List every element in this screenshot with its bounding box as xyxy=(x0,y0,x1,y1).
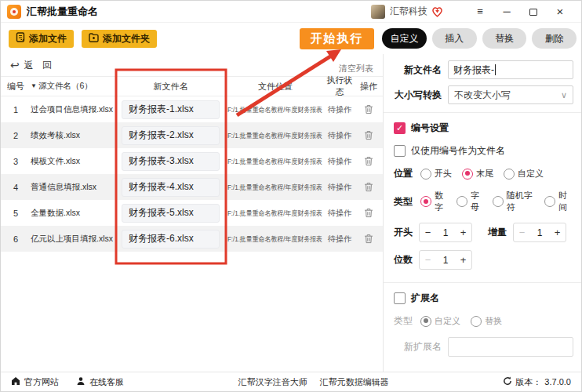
extension-label: 扩展名 xyxy=(411,292,439,305)
account-name[interactable]: 汇帮科技 xyxy=(390,5,427,18)
table-row[interactable]: 5 全量数据.xlsx 财务报表-5.xlsx F:/1.批量重命名教程/年度财… xyxy=(1,200,383,226)
vip-heart-icon[interactable] xyxy=(431,6,443,17)
row-num: 5 xyxy=(1,209,31,218)
position-start-radio[interactable]: 开头 xyxy=(420,168,452,180)
row-new-name-field[interactable]: 财务报表-6.xlsx xyxy=(122,230,220,249)
row-location: F:/1.批量重命名教程/年度财务报表 xyxy=(227,131,322,141)
maximize-button[interactable] xyxy=(520,1,547,23)
version-info[interactable]: 版本：3.7.0.0 xyxy=(503,376,571,388)
increment-stepper: − 1 + xyxy=(513,223,566,242)
row-new-name-field[interactable]: 财务报表-3.xlsx xyxy=(122,152,220,171)
extension-checkbox-row[interactable]: 扩展名 xyxy=(394,292,573,305)
tab-replace[interactable]: 替换 xyxy=(482,28,527,49)
case-convert-select[interactable]: 不改变大小写 ∨ xyxy=(448,85,573,104)
online-support-link[interactable]: 在线客服 xyxy=(76,376,124,388)
official-website-link[interactable]: 官方网站 xyxy=(11,376,59,388)
position-end-radio[interactable]: 末尾 xyxy=(462,168,493,180)
checkbox-checked-icon[interactable]: ✓ xyxy=(394,122,406,134)
user-avatar[interactable] xyxy=(371,5,385,19)
extension-replace-radio[interactable]: 替换 xyxy=(471,315,502,327)
radio-selected-icon xyxy=(420,316,431,327)
table-body: 1 过会项目信息填报.xlsx 财务报表-1.xlsx F:/1.批量重命名教程… xyxy=(1,96,383,252)
tab-insert[interactable]: 插入 xyxy=(432,28,477,49)
row-delete-button[interactable] xyxy=(355,104,383,114)
update-refresh-icon xyxy=(503,376,512,387)
checkbox-unchecked-icon[interactable] xyxy=(394,292,406,304)
type-time-radio[interactable]: 时间 xyxy=(544,190,573,213)
position-custom-radio[interactable]: 自定义 xyxy=(504,168,544,180)
type-number-radio[interactable]: 数字 xyxy=(420,190,449,213)
row-source: 亿元以上项目填报.xlsx xyxy=(31,234,115,245)
row-delete-button[interactable] xyxy=(355,130,383,140)
digits-stepper: − 1 + xyxy=(419,250,472,270)
table-row[interactable]: 2 绩效考核.xlsx 财务报表-2.xlsx F:/1.批量重命名教程/年度财… xyxy=(1,122,383,148)
table-row[interactable]: 4 普通信息填报.xlsx 财务报表-4.xlsx F:/1.批量重命名教程/年… xyxy=(1,174,383,200)
type-radio-group: 类型 数字 字母 随机字符 时间 xyxy=(394,190,573,213)
plus-button[interactable]: + xyxy=(455,254,471,266)
extension-custom-radio[interactable]: 自定义 xyxy=(420,315,460,327)
pinyin-master-link[interactable]: 汇帮汉字注音大师 xyxy=(238,376,307,388)
header-source[interactable]: ▼源文件名（6） xyxy=(31,81,115,92)
close-button[interactable]: × xyxy=(547,1,573,23)
minus-button[interactable]: − xyxy=(514,227,530,238)
table-row[interactable]: 1 过会项目信息填报.xlsx 财务报表-1.xlsx F:/1.批量重命名教程… xyxy=(1,96,383,122)
row-delete-button[interactable] xyxy=(355,182,383,192)
version-value: 3.7.0.0 xyxy=(544,377,571,387)
type-letter-radio[interactable]: 字母 xyxy=(457,190,486,213)
tab-delete[interactable]: 删除 xyxy=(532,28,577,49)
new-name-input[interactable]: 财务报表- xyxy=(448,60,573,79)
type-random-radio[interactable]: 随机字符 xyxy=(493,190,537,213)
row-delete-button[interactable] xyxy=(355,156,383,166)
table-row[interactable]: 3 模板文件.xlsx 财务报表-3.xlsx F:/1.批量重命名教程/年度财… xyxy=(1,148,383,174)
minimize-button[interactable]: ─ xyxy=(493,1,520,23)
clear-list-button[interactable]: 清空列表 xyxy=(339,63,373,74)
row-num: 1 xyxy=(1,105,31,114)
row-new-name-field[interactable]: 财务报表-2.xlsx xyxy=(122,126,220,145)
mode-tabs: 自定义 插入 替换 删除 xyxy=(382,28,581,49)
numbering-label: 编号设置 xyxy=(411,122,449,135)
app-title: 汇帮批量重命名 xyxy=(27,5,98,19)
add-folder-label: 添加文件夹 xyxy=(103,32,150,45)
toolbar: 添加文件 添加文件夹 开始执行 自定义 插入 替换 删除 xyxy=(1,23,581,54)
add-folder-button[interactable]: 添加文件夹 xyxy=(82,30,157,48)
plus-button[interactable]: + xyxy=(455,227,471,238)
start-number-value[interactable]: 1 xyxy=(436,227,455,238)
numbering-checkbox-row[interactable]: ✓ 编号设置 xyxy=(394,122,573,135)
table-row[interactable]: 6 亿元以上项目填报.xlsx 财务报表-6.xlsx F:/1.批量重命名教程… xyxy=(1,226,383,252)
row-new-name-field[interactable]: 财务报表-1.xlsx xyxy=(122,100,220,119)
radio-icon xyxy=(504,169,515,180)
minus-button[interactable]: − xyxy=(420,254,436,266)
back-button[interactable]: ↩返 回 xyxy=(10,59,55,72)
row-new-name-field[interactable]: 财务报表-5.xlsx xyxy=(122,204,220,223)
add-file-icon xyxy=(16,32,25,45)
minus-button[interactable]: − xyxy=(420,227,436,238)
start-number-label: 开头 xyxy=(394,226,413,239)
row-num: 6 xyxy=(1,234,31,244)
radio-icon xyxy=(544,196,555,207)
row-num: 4 xyxy=(1,183,31,192)
home-icon xyxy=(11,376,20,387)
status-bar: 官方网站 在线客服 汇帮汉字注音大师 汇帮元数据编辑器 版本：3.7.0.0 xyxy=(1,372,581,391)
tab-custom[interactable]: 自定义 xyxy=(382,28,427,49)
only-number-checkbox-row[interactable]: 仅使用编号作为文件名 xyxy=(394,144,573,158)
metadata-editor-link[interactable]: 汇帮元数据编辑器 xyxy=(320,376,389,388)
radio-selected-icon xyxy=(420,196,431,207)
checkbox-unchecked-icon[interactable] xyxy=(394,145,406,157)
row-status: 待操作 xyxy=(325,130,355,141)
header-location: 文件位置 xyxy=(226,81,325,93)
add-file-button[interactable]: 添加文件 xyxy=(9,30,74,48)
menu-icon[interactable]: ≡ xyxy=(467,1,493,23)
row-delete-button[interactable] xyxy=(355,208,383,218)
extension-type-radio-group: 类型 自定义 替换 xyxy=(394,314,573,328)
row-source: 绩效考核.xlsx xyxy=(31,130,115,141)
maximize-icon xyxy=(529,9,537,16)
digits-value[interactable]: 1 xyxy=(436,255,455,266)
row-status: 待操作 xyxy=(325,104,355,115)
increment-value[interactable]: 1 xyxy=(530,227,549,238)
row-delete-button[interactable] xyxy=(355,234,383,244)
row-new-name-field[interactable]: 财务报表-4.xlsx xyxy=(122,178,220,197)
new-extension-input[interactable] xyxy=(448,337,573,357)
execute-button[interactable]: 开始执行 xyxy=(300,28,374,49)
row-num: 2 xyxy=(1,131,31,140)
plus-button[interactable]: + xyxy=(549,227,566,238)
